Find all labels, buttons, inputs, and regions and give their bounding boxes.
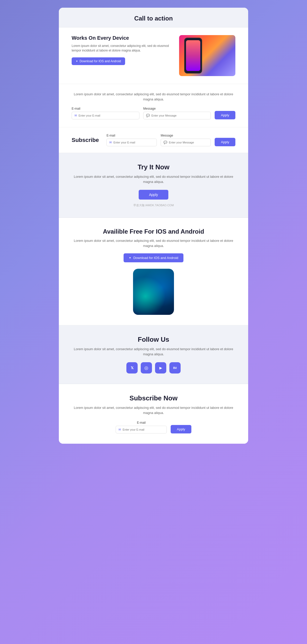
instagram-button[interactable]: ◎	[141, 362, 152, 373]
subscribe-email-input[interactable]	[113, 141, 154, 144]
follow-description: Lorem ipsum dolor sit amet, consectetur …	[72, 347, 235, 357]
subscribe-now-description: Lorem ipsum dolor sit amet, consectetur …	[72, 405, 235, 415]
form-intro-text: Lorem ipsum dolor sit amet, consectetur …	[72, 92, 235, 102]
follow-section: Follow Us Lorem ipsum dolor sit amet, co…	[59, 325, 248, 384]
email-label: E-mail	[72, 107, 139, 110]
works-title: Works On Every Device	[72, 35, 174, 41]
instagram-icon: ◎	[144, 365, 148, 371]
phone-screen	[186, 40, 200, 71]
email-input[interactable]	[79, 114, 137, 117]
subscribe-email-wrap: ✉	[106, 139, 157, 146]
twitter-icon: 𝕏	[131, 366, 134, 370]
available-phone-image	[133, 269, 174, 315]
subscribe-now-apply-button[interactable]: Apply	[171, 425, 191, 433]
message-label: Message	[143, 107, 211, 110]
subscribe-now-email-group: E-mail ✉	[116, 421, 167, 433]
behance-button[interactable]: Bē	[169, 362, 181, 373]
subscribe-message-label: Message	[161, 134, 211, 137]
page-title: Call to action	[64, 15, 243, 22]
youtube-icon: ▶	[159, 366, 162, 370]
try-description: Lorem ipsum dolor sit amet, consectetur …	[72, 174, 235, 184]
subscribe-now-email-wrap: ✉	[116, 426, 167, 433]
subscribe-message-input[interactable]	[169, 141, 208, 144]
subscribe-section: Subscribe E-mail ✉ Message 💬 Apply	[59, 127, 248, 153]
available-description: Lorem ipsum dolor sit amet, consectetur …	[72, 238, 235, 248]
phone-notch	[191, 39, 196, 40]
subscribe-email-group: E-mail ✉	[106, 134, 157, 146]
available-download-button[interactable]: Download for IOS and Android	[124, 253, 183, 262]
message-input[interactable]	[151, 114, 208, 117]
message-input-wrap: 💬	[143, 112, 211, 119]
subscribe-apply-button[interactable]: Apply	[215, 138, 235, 146]
available-section: Availible Free For IOS and Android Lorem…	[59, 218, 248, 325]
behance-icon: Bē	[173, 366, 177, 369]
twitter-button[interactable]: 𝕏	[126, 362, 138, 373]
subscribe-email-label: E-mail	[106, 134, 157, 137]
subscribe-now-section: Subscribe Now Lorem ipsum dolor sit amet…	[59, 384, 248, 444]
available-title: Availible Free For IOS and Android	[72, 228, 235, 235]
works-description: Lorem ipsum dolor sit amet, consectetur …	[72, 44, 174, 53]
phone-image2-overlay	[133, 269, 174, 315]
subscribe-message-icon: 💬	[163, 141, 167, 144]
form-apply-button[interactable]: Apply	[215, 111, 235, 119]
main-card: Call to action Works On Every Device Lor…	[59, 8, 248, 444]
form-row: E-mail ✉ Message 💬 Apply	[72, 107, 235, 119]
contact-form-section: Lorem ipsum dolor sit amet, consectetur …	[59, 84, 248, 127]
subscribe-title: Subscribe	[72, 137, 99, 143]
works-text: Works On Every Device Lorem ipsum dolor …	[72, 35, 174, 65]
subscribe-message-group: Message 💬	[161, 134, 211, 146]
message-form-group: Message 💬	[143, 107, 211, 119]
try-section: Try It Now Lorem ipsum dolor sit amet, c…	[59, 153, 248, 218]
email-input-wrap: ✉	[72, 112, 139, 119]
subscribe-now-email-label: E-mail	[116, 421, 167, 424]
subscribe-now-email-input[interactable]	[123, 428, 164, 431]
follow-title: Follow Us	[72, 336, 235, 344]
subscribe-now-email-icon: ✉	[118, 428, 121, 431]
subscribe-fields: E-mail ✉ Message 💬 Apply	[106, 134, 235, 146]
email-form-group: E-mail ✉	[72, 107, 139, 119]
phone-mockup	[184, 38, 202, 74]
try-apply-button[interactable]: Apply	[139, 190, 168, 200]
email-icon: ✉	[74, 114, 77, 117]
watermark: 早道大咖 IAMDK.TAOBAO.COM	[72, 203, 235, 207]
message-icon: 💬	[146, 114, 150, 117]
social-buttons: 𝕏 ◎ ▶ Bē	[72, 362, 235, 373]
youtube-button[interactable]: ▶	[155, 362, 166, 373]
phone-image	[179, 35, 235, 76]
subscribe-email-icon: ✉	[109, 141, 112, 144]
works-section: Works On Every Device Lorem ipsum dolor …	[59, 27, 248, 84]
download-ios-android-button[interactable]: Download for IOS and Android	[72, 57, 125, 65]
subscribe-now-form: E-mail ✉ Apply	[72, 421, 235, 433]
subscribe-now-title: Subscribe Now	[72, 394, 235, 402]
try-title: Try It Now	[72, 163, 235, 171]
page-title-section: Call to action	[59, 8, 248, 27]
subscribe-message-wrap: 💬	[161, 139, 211, 146]
